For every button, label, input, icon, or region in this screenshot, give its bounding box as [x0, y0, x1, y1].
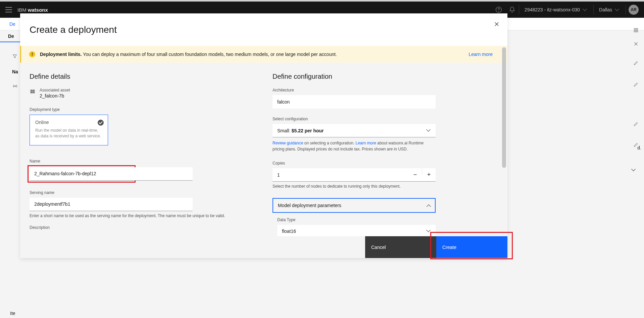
- notifications-icon[interactable]: [505, 2, 519, 18]
- decrement-button[interactable]: −: [408, 168, 422, 181]
- data-type-label: Data Type: [277, 217, 436, 222]
- chevron-down-icon: [615, 8, 620, 11]
- svg-rect-3: [634, 28, 636, 29]
- scrollbar[interactable]: [502, 47, 506, 168]
- define-configuration-section: Define configuration Architecture falcon…: [273, 73, 498, 236]
- select-configuration-label: Select configuration: [273, 117, 498, 121]
- check-icon: [98, 120, 104, 126]
- warning-icon: [29, 51, 35, 57]
- account-selector[interactable]: 2948223 - itz-watsonx-030: [519, 2, 593, 18]
- configuration-helper: Review guidance on selecting a configura…: [273, 140, 436, 152]
- svg-point-2: [15, 86, 16, 87]
- svg-rect-5: [634, 30, 636, 32]
- architecture-label: Architecture: [273, 88, 498, 92]
- copies-label: Copies: [273, 161, 498, 166]
- configuration-select[interactable]: Small: $5.22 per hour: [273, 124, 436, 137]
- edit-icon[interactable]: [628, 53, 644, 72]
- warning-banner: Deployment limits. You can deploy a maxi…: [20, 46, 507, 63]
- description-label: Description: [30, 225, 255, 230]
- menu-icon[interactable]: [5, 7, 12, 12]
- chevron-down-icon: [583, 8, 588, 11]
- svg-rect-6: [636, 30, 638, 32]
- create-deployment-modal: Create a deployment Deployment limits. Y…: [20, 13, 507, 258]
- define-details-section: Define details Associated asset 2_falcon…: [30, 73, 255, 236]
- copies-value: 1: [273, 172, 408, 178]
- edit-icon[interactable]: [628, 75, 644, 94]
- asset-icon: [30, 88, 36, 94]
- close-icon[interactable]: [631, 39, 641, 49]
- data-type-select[interactable]: float16: [277, 225, 436, 236]
- expand-icon[interactable]: [624, 161, 644, 180]
- close-icon[interactable]: [491, 19, 502, 29]
- increment-button[interactable]: +: [422, 168, 436, 181]
- cancel-button[interactable]: Cancel: [365, 236, 436, 258]
- modal-footer: Cancel Create: [20, 236, 507, 258]
- name-input[interactable]: [30, 167, 193, 181]
- section-heading: Define details: [30, 73, 255, 80]
- create-button[interactable]: Create: [436, 236, 507, 258]
- filter-icon[interactable]: [12, 54, 17, 60]
- chevron-up-icon: [426, 204, 430, 207]
- associated-asset-value: 2_falcon-7b: [40, 93, 70, 99]
- highlight-annotation: [28, 165, 136, 183]
- bg-tab[interactable]: De: [8, 18, 17, 30]
- brand: IBM watsonx: [17, 7, 48, 13]
- architecture-value: falcon: [273, 95, 436, 109]
- associated-asset-label: Associated asset: [40, 88, 70, 92]
- broadcast-icon: [12, 83, 18, 90]
- copies-stepper[interactable]: 1 − +: [273, 168, 436, 182]
- items-label: Ite: [10, 311, 15, 316]
- modal-title: Create a deployment: [30, 24, 117, 35]
- bg-truncated-text: d.: [637, 145, 641, 150]
- deployment-type-online-card[interactable]: Online Run the model on data in real-tim…: [30, 115, 108, 145]
- copies-helper: Select the number of nodes to dedicate t…: [273, 184, 436, 189]
- chevron-down-icon: [427, 230, 431, 233]
- region-selector[interactable]: Dallas: [594, 2, 626, 18]
- review-guidance-link[interactable]: Review guidance: [273, 141, 303, 145]
- accordion-toggle[interactable]: Model deployment parameters: [273, 199, 435, 212]
- serving-name-helper: Enter a short name to be used as the ser…: [30, 213, 255, 219]
- serving-name-label: Serving name: [30, 190, 255, 195]
- column-header-name: Na: [12, 69, 18, 74]
- learn-more-link[interactable]: Learn more: [468, 52, 493, 57]
- svg-rect-4: [636, 28, 638, 29]
- edit-icon[interactable]: [628, 135, 644, 154]
- bg-right-rail: d.: [510, 18, 644, 316]
- grid-icon[interactable]: [628, 20, 644, 40]
- name-label: Name: [30, 159, 255, 164]
- section-heading: Define configuration: [273, 73, 498, 80]
- serving-name-input[interactable]: [30, 198, 193, 211]
- bg-subtab[interactable]: De: [8, 34, 14, 39]
- model-deployment-parameters-accordion: Model deployment parameters: [273, 198, 436, 213]
- svg-point-1: [499, 11, 499, 11]
- avatar[interactable]: AR: [629, 5, 639, 15]
- learn-more-link[interactable]: Learn more: [356, 141, 376, 145]
- deployment-type-label: Deployment type: [30, 107, 255, 112]
- chevron-down-icon: [427, 129, 431, 132]
- edit-icon[interactable]: [628, 114, 644, 133]
